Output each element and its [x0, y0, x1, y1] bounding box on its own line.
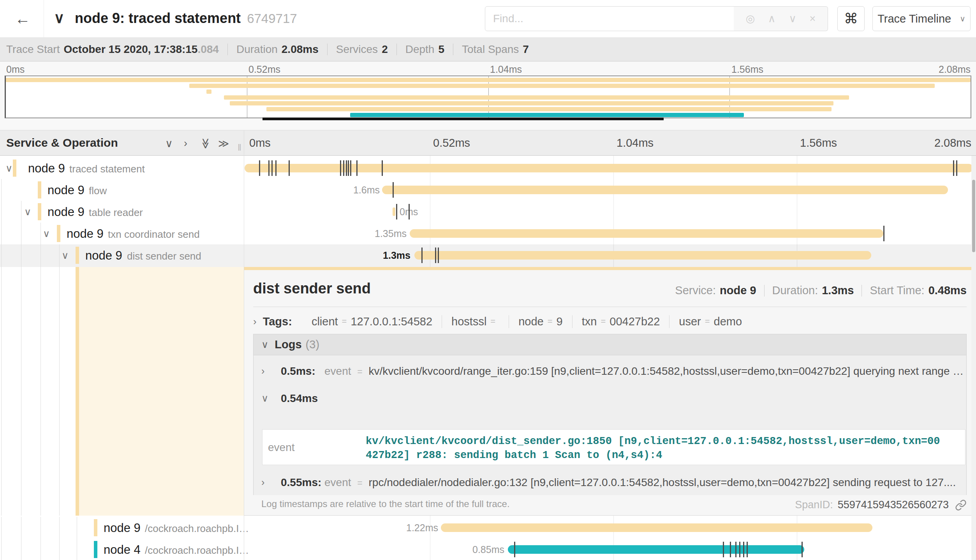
log-tick — [271, 160, 273, 176]
detail-tree-column — [0, 267, 244, 516]
expand-one-icon[interactable]: › — [184, 137, 187, 149]
tag-value: 00427b22 — [610, 315, 660, 328]
find-controls: ◎ ∧ ∨ × — [734, 6, 828, 31]
back-button[interactable]: ← — [11, 9, 34, 29]
log-tick — [409, 204, 410, 219]
duration-value: 2.08ms — [282, 43, 319, 56]
tree-guide-line — [41, 517, 41, 539]
separator — [227, 44, 228, 55]
log-entry-0.54ms[interactable]: ∨ 0.54ms — [254, 388, 966, 408]
span-bar[interactable] — [245, 164, 973, 172]
detail-span-title: dist sender send — [253, 280, 371, 297]
trace-start-value: October 15 2020, 17:38:15 — [63, 43, 197, 56]
event-field-value: kv/kvclient/kvcoord/dist_sender.go:1850 … — [366, 434, 940, 462]
tag-hostssl: hostssl = — [442, 315, 509, 328]
ruler-tick-1: 0.52ms — [433, 137, 470, 149]
scrollbar-thumb[interactable] — [972, 180, 975, 252]
minimap-scrubber[interactable] — [262, 118, 664, 120]
span-service: node 9 — [85, 249, 122, 263]
span-bar[interactable] — [414, 251, 871, 260]
span-row-dist-sender-send[interactable]: ∨ node 9 dist sender send 1.3ms — [0, 244, 976, 267]
logs-header[interactable]: ∨ Logs (3) — [254, 334, 966, 355]
tags-row[interactable]: › Tags: client = 127.0.0.1:54582 hostssl… — [253, 312, 751, 331]
log-time: 0.55ms: — [281, 476, 321, 489]
ruler-tick-0: 0ms — [249, 137, 271, 149]
span-row-batch-node4[interactable]: node 4 /cockroach.roachpb.I… 0.85ms — [0, 539, 976, 560]
page-title: node 9: traced statement6749717 — [75, 10, 297, 26]
keyboard-shortcuts-button[interactable]: ⌘ — [837, 6, 865, 31]
span-operation: /cockroach.roachpb.I… — [145, 544, 249, 556]
span-row-batch-node9[interactable]: node 9 /cockroach.roachpb.I… 1.22ms — [0, 517, 976, 539]
link-icon[interactable] — [955, 499, 967, 511]
span-row-txn-coordinator-send[interactable]: ∨ node 9 txn coordinator send 1.35ms — [0, 223, 976, 244]
tree-guide-line — [21, 201, 21, 223]
collapse-one-icon[interactable]: ∨ — [165, 137, 173, 150]
tree-guide-line — [1, 223, 2, 244]
minimap-graph[interactable] — [5, 75, 971, 118]
chevron-down-icon[interactable]: ∨ — [62, 250, 69, 261]
log-tick — [514, 542, 515, 557]
log-tick — [747, 542, 748, 557]
span-bar[interactable] — [508, 545, 804, 554]
span-row-flow[interactable]: node 9 flow 1.6ms — [0, 179, 976, 201]
span-operation: /cockroach.roachpb.I… — [145, 523, 249, 535]
tag-equals: = — [705, 316, 710, 327]
minimap-span-bar — [206, 90, 211, 94]
log-tick — [259, 160, 260, 176]
span-bar[interactable] — [393, 207, 395, 216]
find-prev-icon[interactable]: ∧ — [768, 12, 776, 25]
tree-guide-line — [59, 267, 60, 516]
tree-guide-line — [1, 267, 2, 516]
top-bar: ← ∨ node 9: traced statement6749717 ◎ ∧ … — [0, 0, 976, 38]
column-resize-grip[interactable]: ‖ — [238, 142, 241, 153]
detail-accent-strip — [244, 267, 976, 270]
chevron-down-icon[interactable]: ∨ — [24, 206, 31, 218]
span-row-table-reader[interactable]: ∨ node 9 table reader 0ms — [0, 201, 976, 223]
collapse-all-icon[interactable]: ≫ — [200, 137, 211, 150]
find-input[interactable] — [485, 6, 734, 31]
span-row-traced-statement[interactable]: ∨ node 9 traced statement — [0, 157, 976, 179]
log-tick — [802, 542, 803, 557]
span-duration-label: 1.6ms — [329, 184, 380, 196]
find-next-icon[interactable]: ∨ — [789, 12, 796, 25]
expand-all-icon[interactable]: ≫ — [218, 137, 229, 150]
minimap-tick-2: 1.04ms — [490, 64, 522, 75]
span-id-label: SpanID: — [795, 499, 833, 511]
log-tick — [346, 160, 347, 176]
log-event-detail-box: event kv/kvclient/kvcoord/dist_sender.go… — [262, 429, 965, 465]
tag-key: node — [518, 315, 544, 328]
log-tick — [393, 182, 394, 198]
log-entry-0.5ms[interactable]: › 0.5ms: event = kv/kvclient/kvcoord/ran… — [254, 361, 966, 381]
log-tick — [268, 160, 270, 176]
minimap-tick-3: 1.56ms — [731, 64, 763, 75]
total-spans-label: Total Spans — [462, 43, 519, 56]
tree-guide-line — [1, 244, 2, 267]
chevron-right-icon: › — [261, 477, 264, 488]
minimap-span-bar — [224, 95, 849, 100]
find-clear-icon[interactable]: × — [809, 13, 816, 25]
log-tick — [438, 248, 439, 263]
chevron-down-icon[interactable]: ∨ — [43, 228, 50, 239]
tag-key: user — [679, 315, 701, 328]
view-selector-button[interactable]: Trace Timeline ∨ — [872, 6, 971, 31]
services-value: 2 — [382, 43, 388, 56]
tags-label: Tags: — [263, 315, 292, 328]
separator — [396, 44, 397, 55]
locate-icon[interactable]: ◎ — [746, 12, 755, 25]
log-entry-0.55ms[interactable]: › 0.55ms: event = rpc/nodedialer/nodedia… — [254, 472, 966, 492]
chevron-down-icon[interactable]: ∨ — [5, 163, 12, 174]
span-service: node 9 — [48, 183, 85, 197]
minimap-tick-1: 0.52ms — [248, 64, 280, 75]
trace-viewer-app: ← ∨ node 9: traced statement6749717 ◎ ∧ … — [0, 0, 976, 560]
column-divider — [244, 130, 244, 560]
minimap-span-bar — [350, 113, 744, 117]
span-bar[interactable] — [441, 523, 872, 532]
tag-equals: = — [490, 316, 495, 327]
tree-guide-line — [59, 539, 60, 560]
tree-guide-line — [41, 223, 41, 244]
timeline-minimap[interactable]: 0ms 0.52ms 1.04ms 1.56ms 2.08ms — [0, 61, 976, 130]
title-chevron-icon[interactable]: ∨ — [54, 9, 65, 26]
log-tick — [735, 542, 736, 557]
span-bar[interactable] — [410, 229, 883, 238]
span-bar[interactable] — [382, 186, 948, 194]
